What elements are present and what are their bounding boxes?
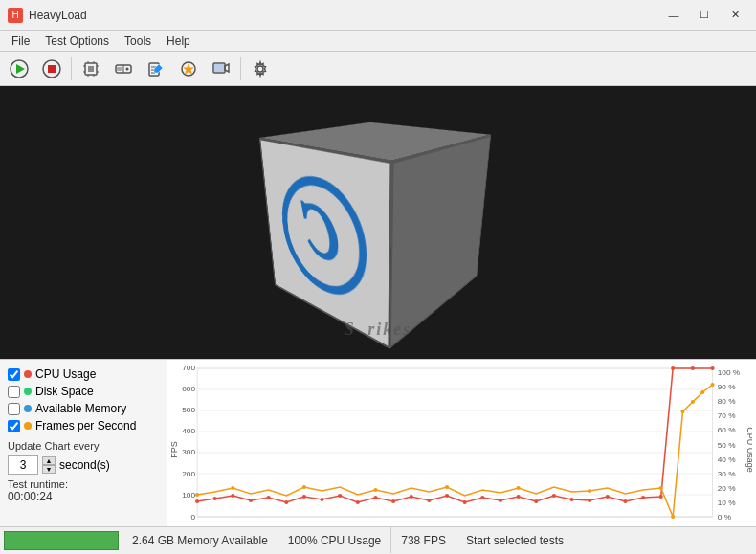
memory-dot [24, 405, 32, 412]
toolbar-sep-2 [240, 57, 241, 80]
svg-point-92 [517, 486, 521, 490]
settings-icon [251, 59, 270, 78]
svg-point-66 [356, 500, 360, 504]
stop-button[interactable] [36, 55, 67, 83]
maximize-button[interactable]: ☐ [691, 6, 718, 25]
fps-checkbox[interactable] [8, 420, 20, 432]
stop-icon [42, 59, 61, 78]
svg-text:400: 400 [182, 427, 195, 435]
svg-point-16 [126, 67, 129, 70]
menu-test-options[interactable]: Test Options [37, 33, 117, 50]
svg-point-84 [671, 366, 675, 370]
cpu-button[interactable] [76, 55, 106, 83]
write-button[interactable] [141, 55, 171, 83]
update-section: Update Chart every ▲ ▼ second(s) [8, 440, 159, 475]
cpu-dot [24, 370, 32, 378]
hdd-button[interactable] [108, 55, 139, 83]
svg-text:60 %: 60 % [718, 426, 736, 434]
svg-point-93 [588, 489, 591, 493]
close-button[interactable]: ✕ [722, 6, 748, 25]
memory-checkbox[interactable] [8, 403, 20, 415]
video-button[interactable] [206, 55, 236, 83]
svg-point-78 [569, 498, 573, 501]
spinner-down[interactable]: ▼ [42, 465, 56, 474]
3d-cube: 𝐶 [322, 128, 451, 306]
svg-point-73 [480, 496, 484, 499]
svg-point-88 [231, 486, 234, 490]
svg-point-86 [711, 366, 715, 370]
cube-face-front: 𝐶 [259, 137, 392, 348]
svg-text:20 %: 20 % [718, 484, 736, 493]
status-action[interactable]: Start selected tests [456, 527, 573, 553]
svg-point-64 [320, 498, 323, 501]
svg-rect-3 [48, 65, 56, 73]
svg-text:CPU Usage: CPU Usage [745, 427, 752, 472]
svg-point-87 [195, 493, 199, 497]
cpu-checkbox[interactable] [8, 368, 20, 381]
app-title: HeavyLoad [29, 9, 87, 22]
logo-circle: 𝐶 [278, 167, 367, 312]
menu-bar: File Test Options Tools Help [0, 31, 756, 52]
svg-point-75 [517, 495, 521, 499]
disk-dot [24, 388, 32, 395]
status-cpu: 100% CPU Usage [278, 527, 391, 553]
seconds-label: second(s) [59, 458, 110, 472]
legend-disk: Disk Space [8, 385, 159, 398]
svg-point-90 [373, 488, 377, 492]
fps-label: Frames per Second [35, 419, 136, 432]
memory-label: Available Memory [35, 402, 126, 415]
runtime-section: Test runtime: 00:00:24 [8, 478, 159, 503]
menu-file[interactable]: File [4, 33, 37, 50]
svg-text:200: 200 [182, 470, 195, 478]
svg-text:100: 100 [182, 491, 195, 499]
disk-checkbox[interactable] [8, 386, 20, 398]
menu-help[interactable]: Help [159, 33, 198, 50]
spinner-buttons: ▲ ▼ [42, 456, 56, 474]
logo-icon: 𝐶 [300, 189, 340, 276]
svg-point-82 [641, 496, 645, 499]
svg-text:700: 700 [182, 364, 195, 372]
svg-text:0: 0 [190, 513, 195, 521]
status-memory: 2.64 GB Memory Available [122, 527, 278, 553]
svg-point-72 [463, 500, 467, 504]
svg-point-97 [691, 400, 695, 404]
custom-button[interactable] [173, 55, 204, 83]
svg-text:FPS: FPS [169, 441, 179, 457]
svg-point-74 [499, 499, 502, 502]
legend-memory: Available Memory [8, 402, 159, 415]
svg-text:80 %: 80 % [718, 397, 736, 406]
svg-point-59 [231, 494, 234, 498]
title-bar-left: H HeavyLoad [8, 8, 87, 23]
svg-point-81 [623, 499, 627, 503]
svg-text:600: 600 [182, 385, 195, 393]
svg-point-83 [659, 495, 663, 499]
svg-point-80 [606, 495, 610, 499]
svg-point-70 [427, 499, 431, 502]
runtime-value: 00:00:24 [8, 490, 159, 503]
minimize-button[interactable]: — [660, 6, 687, 25]
app-icon: H [8, 8, 23, 23]
status-fps: 738 FPS [391, 527, 456, 553]
play-button[interactable] [4, 55, 34, 83]
settings-button[interactable] [245, 55, 276, 83]
svg-point-94 [659, 486, 663, 490]
spinner-up[interactable]: ▲ [42, 456, 56, 465]
interval-input[interactable] [8, 455, 38, 475]
svg-text:300: 300 [182, 448, 195, 456]
svg-marker-1 [16, 64, 25, 74]
svg-point-69 [410, 495, 413, 499]
fps-dot [24, 422, 32, 430]
svg-point-96 [680, 410, 684, 413]
svg-point-76 [534, 499, 538, 503]
svg-point-67 [373, 496, 377, 499]
svg-point-77 [552, 494, 556, 498]
chart-svg: 0 100 200 300 400 500 600 700 FPS 0 % 10… [167, 364, 752, 526]
3d-scene: 𝐶 [301, 137, 455, 290]
svg-point-62 [284, 500, 288, 504]
update-label: Update Chart every [8, 440, 159, 452]
svg-text:70 %: 70 % [718, 411, 736, 420]
svg-text:40 %: 40 % [718, 455, 736, 464]
svg-point-61 [267, 496, 271, 499]
menu-tools[interactable]: Tools [117, 33, 159, 50]
cpu-label: CPU Usage [35, 367, 96, 381]
